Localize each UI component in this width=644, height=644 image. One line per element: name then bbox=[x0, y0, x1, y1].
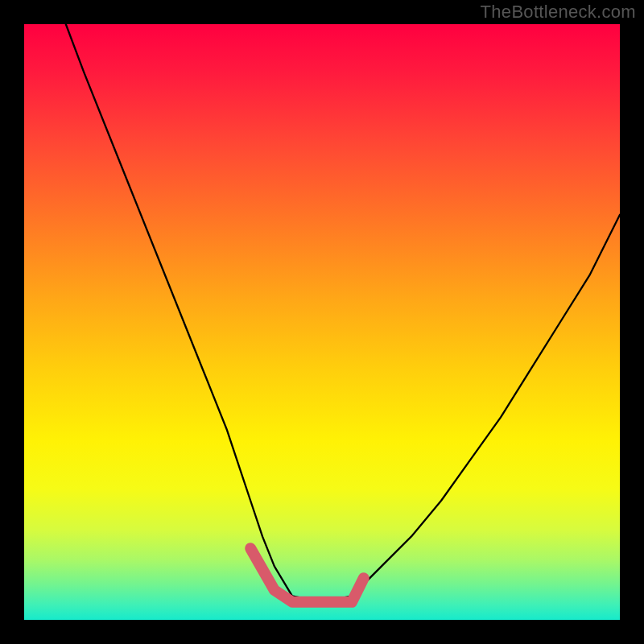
gradient-background bbox=[24, 24, 620, 620]
bottleneck-chart bbox=[24, 24, 620, 620]
watermark-text: TheBottleneck.com bbox=[481, 2, 636, 23]
chart-frame: TheBottleneck.com bbox=[0, 0, 644, 644]
plot-area bbox=[24, 24, 620, 620]
